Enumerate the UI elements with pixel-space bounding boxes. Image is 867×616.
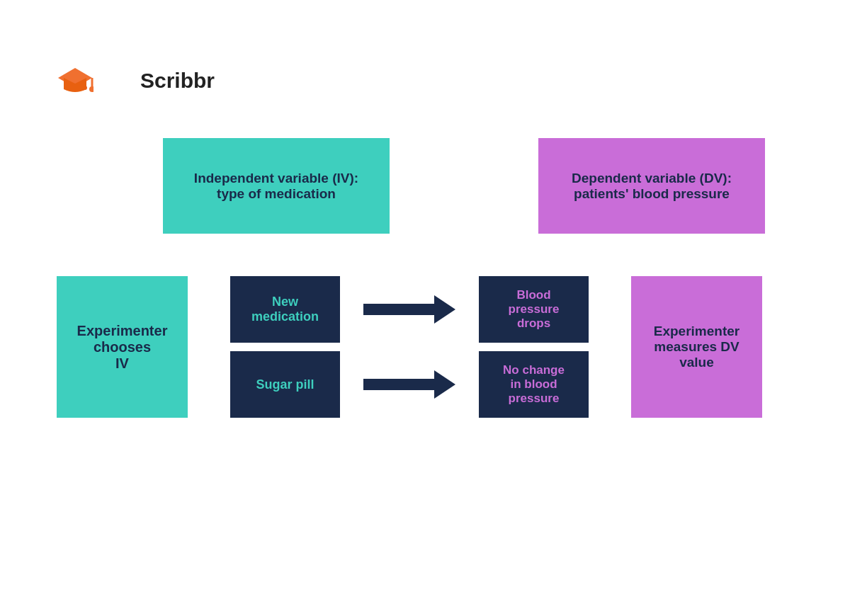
no-change-box: No change in blood pressure: [479, 351, 589, 418]
experimenter-iv-text: ExperimenterchoosesIV: [77, 323, 168, 372]
blood-pressure-drops-box: Blood pressure drops: [479, 276, 589, 343]
arrows-column: [360, 276, 459, 418]
dv-line2: patients' blood pressure: [574, 186, 730, 201]
iv-line2: type of medication: [217, 186, 336, 201]
sugar-pill-text: Sugar pill: [256, 377, 314, 392]
experimenter-iv-box: ExperimenterchoosesIV: [57, 276, 188, 418]
iv-box: Independent variable (IV): type of medic…: [163, 138, 390, 234]
no-change-text: No change in blood pressure: [503, 363, 565, 406]
svg-marker-8: [363, 295, 455, 324]
arrow-2: [360, 351, 459, 418]
arrow-right-2-icon: [363, 367, 455, 402]
scribbr-hat-icon: [57, 64, 94, 101]
arrow-1: [360, 276, 459, 343]
dv-line1: Dependent variable (DV):: [572, 171, 732, 186]
medication-column: New medication Sugar pill: [230, 276, 340, 418]
outcome-column: Blood pressure drops No change in blood …: [479, 276, 589, 418]
dv-box-text: Dependent variable (DV): patients' blood…: [572, 171, 732, 202]
logo-text: Scribbr: [140, 69, 215, 93]
svg-point-7: [89, 86, 94, 92]
arrow-right-1-icon: [363, 292, 455, 327]
blood-pressure-drops-text: Blood pressure drops: [509, 288, 560, 331]
iv-box-text: Independent variable (IV): type of medic…: [194, 171, 358, 202]
iv-line1: Independent variable (IV):: [194, 171, 358, 186]
sugar-pill-box: Sugar pill: [230, 351, 340, 418]
dv-box: Dependent variable (DV): patients' blood…: [538, 138, 765, 234]
top-boxes-row: Independent variable (IV): type of medic…: [163, 138, 765, 234]
logo: Scribbr: [57, 64, 215, 98]
svg-marker-9: [363, 370, 455, 399]
new-medication-text: New medication: [251, 295, 319, 324]
experimenter-dv-box: Experimentermeasures DVvalue: [631, 276, 762, 418]
flow-diagram: ExperimenterchoosesIV New medication Sug…: [57, 276, 762, 418]
new-medication-box: New medication: [230, 276, 340, 343]
experimenter-dv-text: Experimentermeasures DVvalue: [654, 324, 740, 370]
